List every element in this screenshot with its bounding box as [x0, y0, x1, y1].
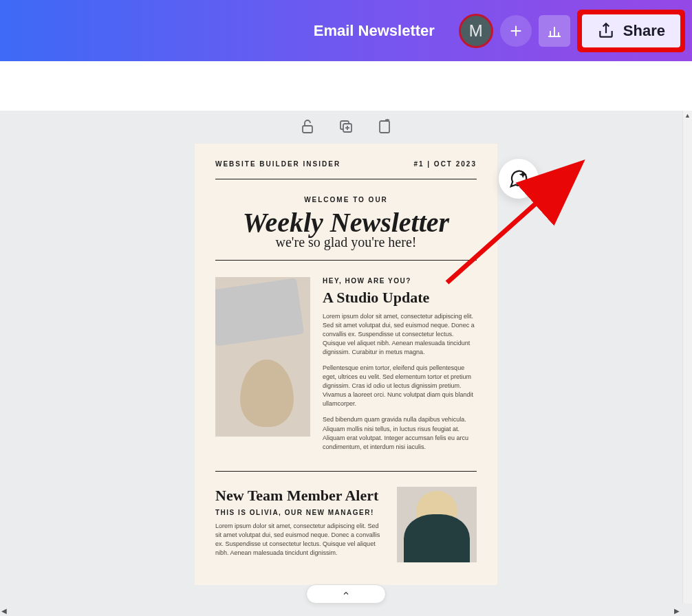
share-button-label: Share [623, 22, 665, 40]
sec1-paragraph-1[interactable]: Lorem ipsum dolor sit amet, consectetur … [323, 312, 477, 357]
duplicate-icon [338, 118, 354, 135]
share-icon [597, 22, 615, 40]
ai-assist-button[interactable] [499, 159, 539, 199]
sec1-heading[interactable]: A Studio Update [323, 289, 477, 307]
laptop-coffee-image[interactable] [215, 277, 310, 437]
design-canvas[interactable]: WEBSITE BUILDER INSIDER #1 | OCT 2023 WE… [0, 111, 692, 616]
rule-mid [215, 260, 477, 261]
duplicate-page-button[interactable] [336, 116, 356, 137]
section-studio-update: HEY, HOW ARE YOU? A Studio Update Lorem … [215, 277, 477, 459]
add-page-button[interactable] [374, 116, 395, 137]
rule-top [215, 179, 477, 179]
user-avatar[interactable]: M [459, 14, 493, 48]
scroll-right-arrow[interactable]: ▶ [674, 607, 680, 615]
newsletter-page[interactable]: WEBSITE BUILDER INSIDER #1 | OCT 2023 WE… [195, 144, 497, 585]
add-collaborator-button[interactable] [500, 15, 532, 47]
section-new-team-member: New Team Member Alert THIS IS OLIVIA, OU… [215, 471, 477, 564]
scroll-up-arrow[interactable]: ▲ [683, 111, 692, 120]
app-topbar: Email Newsletter M Share [0, 0, 692, 61]
page-tools [0, 116, 692, 137]
share-button-highlight: Share [577, 10, 685, 52]
welcome-eyebrow[interactable]: WELCOME TO OUR [215, 196, 477, 204]
issue-label[interactable]: #1 | OCT 2023 [413, 160, 477, 168]
newsletter-title[interactable]: Weekly Newsletter [215, 206, 477, 239]
page-strip-handle[interactable] [0, 584, 692, 604]
sec1-paragraph-3[interactable]: Sed bibendum quam gravida nulla dapibus … [323, 415, 477, 451]
sec1-paragraph-2[interactable]: Pellentesque enim tortor, eleifend quis … [323, 364, 477, 408]
document-title[interactable]: Email Newsletter [314, 22, 435, 40]
masthead[interactable]: WEBSITE BUILDER INSIDER [215, 160, 340, 168]
share-button[interactable]: Share [582, 14, 680, 47]
svg-rect-7 [303, 126, 312, 133]
sec1-eyebrow[interactable]: HEY, HOW ARE YOU? [323, 277, 477, 285]
sec2-heading[interactable]: New Team Member Alert [215, 487, 385, 505]
plus-icon [508, 23, 523, 38]
chat-sparkle-icon [508, 168, 529, 189]
olivia-portrait-image[interactable] [397, 487, 477, 562]
sec2-subheading[interactable]: THIS IS OLIVIA, OUR NEW MANAGER! [215, 509, 385, 516]
newsletter-masthead-row[interactable]: WEBSITE BUILDER INSIDER #1 | OCT 2023 [215, 160, 477, 168]
sec2-body[interactable]: Lorem ipsum dolor sit amet, consectetur … [215, 522, 385, 558]
secondary-toolbar [0, 61, 692, 111]
analytics-button[interactable] [539, 15, 570, 47]
chevron-up-icon [340, 589, 352, 597]
unlock-icon [299, 118, 316, 135]
scroll-left-arrow[interactable]: ◀ [1, 607, 7, 615]
vertical-scrollbar[interactable]: ▲ [682, 111, 692, 604]
analytics-icon [546, 23, 563, 39]
svg-rect-11 [380, 121, 389, 133]
add-page-icon [376, 118, 393, 135]
lock-page-button[interactable] [297, 116, 318, 137]
